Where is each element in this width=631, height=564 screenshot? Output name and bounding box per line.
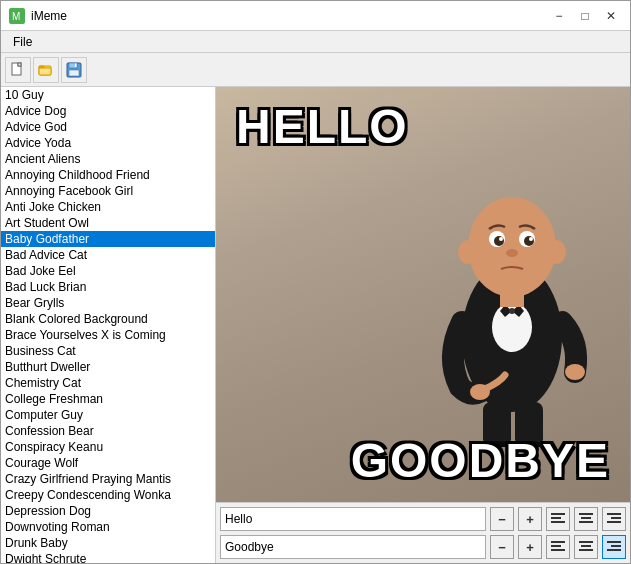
window-controls: − □ ✕ [548, 5, 622, 27]
top-increase-btn[interactable]: + [518, 507, 542, 531]
svg-rect-33 [551, 513, 565, 515]
toolbar [1, 53, 630, 87]
list-item[interactable]: Annoying Facebook Girl [1, 183, 215, 199]
main-content: 10 GuyAdvice DogAdvice GodAdvice YodaAnc… [1, 87, 630, 563]
bottom-increase-btn[interactable]: + [518, 535, 542, 559]
svg-rect-47 [579, 549, 593, 551]
bottom-text-row: − + [220, 535, 626, 559]
svg-point-21 [494, 236, 504, 246]
close-button[interactable]: ✕ [600, 5, 622, 27]
svg-rect-10 [69, 70, 79, 76]
svg-point-28 [565, 364, 585, 380]
list-item[interactable]: Confession Bear [1, 423, 215, 439]
list-item[interactable]: Conspiracy Keanu [1, 439, 215, 455]
text-controls-area: − + [216, 502, 630, 563]
list-item[interactable]: Computer Guy [1, 407, 215, 423]
top-align-right-btn[interactable] [602, 507, 626, 531]
menu-bar: File [1, 31, 630, 53]
svg-text:M: M [12, 11, 20, 22]
list-item[interactable]: Ancient Aliens [1, 151, 215, 167]
svg-rect-3 [18, 63, 21, 66]
meme-bottom-text: GOODBYE [351, 433, 610, 488]
list-item[interactable]: College Freshman [1, 391, 215, 407]
svg-rect-50 [607, 549, 621, 551]
list-item[interactable]: Dwight Schrute [1, 551, 215, 563]
list-item[interactable]: Brace Yourselves X is Coming [1, 327, 215, 343]
svg-rect-36 [579, 513, 593, 515]
list-item[interactable]: Advice God [1, 119, 215, 135]
open-button[interactable] [33, 57, 59, 83]
bottom-decrease-btn[interactable]: − [490, 535, 514, 559]
svg-point-17 [458, 240, 478, 264]
right-panel: HELLO GOODBYE − + [216, 87, 630, 563]
svg-point-23 [499, 237, 503, 241]
list-item[interactable]: Crazy Girlfriend Praying Mantis [1, 471, 215, 487]
svg-rect-34 [551, 517, 561, 519]
top-decrease-btn[interactable]: − [490, 507, 514, 531]
list-item[interactable]: Courage Wolf [1, 455, 215, 471]
list-item[interactable]: Downvoting Roman [1, 519, 215, 535]
top-align-left-btn[interactable] [546, 507, 570, 531]
list-item[interactable]: Chemistry Cat [1, 375, 215, 391]
svg-point-25 [506, 249, 518, 257]
list-item[interactable]: 10 Guy [1, 87, 215, 103]
window-title: iMeme [31, 9, 548, 23]
svg-rect-41 [607, 521, 621, 523]
svg-rect-40 [611, 517, 621, 519]
list-item[interactable]: Depression Dog [1, 503, 215, 519]
top-align-center-btn[interactable] [574, 507, 598, 531]
main-window: M iMeme − □ ✕ File [0, 0, 631, 564]
list-item[interactable]: Baby Godfather [1, 231, 215, 247]
list-item[interactable]: Annoying Childhood Friend [1, 167, 215, 183]
svg-point-18 [546, 240, 566, 264]
menu-file[interactable]: File [5, 33, 40, 51]
new-button[interactable] [5, 57, 31, 83]
list-item[interactable]: Advice Dog [1, 103, 215, 119]
bottom-align-left-btn[interactable] [546, 535, 570, 559]
bottom-align-center-btn[interactable] [574, 535, 598, 559]
svg-rect-6 [39, 68, 51, 75]
meme-top-text: HELLO [236, 99, 409, 154]
app-icon: M [9, 8, 25, 24]
list-item[interactable]: Bear Grylls [1, 295, 215, 311]
svg-rect-46 [581, 545, 591, 547]
meme-canvas: HELLO GOODBYE [216, 87, 630, 502]
list-item[interactable]: Bad Luck Brian [1, 279, 215, 295]
svg-rect-43 [551, 545, 561, 547]
top-text-input[interactable] [220, 507, 486, 531]
svg-rect-9 [75, 63, 77, 67]
list-item[interactable]: Advice Yoda [1, 135, 215, 151]
list-item[interactable]: Art Student Owl [1, 215, 215, 231]
svg-point-16 [468, 197, 556, 297]
title-bar: M iMeme − □ ✕ [1, 1, 630, 31]
list-item[interactable]: Drunk Baby [1, 535, 215, 551]
bottom-text-input[interactable] [220, 535, 486, 559]
svg-point-24 [529, 237, 533, 241]
svg-point-15 [509, 308, 515, 314]
list-item[interactable]: Blank Colored Background [1, 311, 215, 327]
list-item[interactable]: Butthurt Dweller [1, 359, 215, 375]
meme-list-panel: 10 GuyAdvice DogAdvice GodAdvice YodaAnc… [1, 87, 216, 563]
svg-rect-39 [607, 513, 621, 515]
bottom-align-right-btn[interactable] [602, 535, 626, 559]
list-item[interactable]: Bad Advice Cat [1, 247, 215, 263]
svg-rect-35 [551, 521, 565, 523]
list-item[interactable]: Creepy Condescending Wonka [1, 487, 215, 503]
svg-rect-49 [611, 545, 621, 547]
baby-figure [425, 157, 600, 447]
meme-list-scroll[interactable]: 10 GuyAdvice DogAdvice GodAdvice YodaAnc… [1, 87, 215, 563]
meme-preview-area: HELLO GOODBYE [216, 87, 630, 502]
svg-rect-37 [581, 517, 591, 519]
svg-rect-38 [579, 521, 593, 523]
list-item[interactable]: Anti Joke Chicken [1, 199, 215, 215]
top-text-row: − + [220, 507, 626, 531]
save-button[interactable] [61, 57, 87, 83]
svg-rect-44 [551, 549, 565, 551]
maximize-button[interactable]: □ [574, 5, 596, 27]
svg-rect-48 [607, 541, 621, 543]
minimize-button[interactable]: − [548, 5, 570, 27]
svg-rect-42 [551, 541, 565, 543]
svg-rect-26 [500, 287, 524, 307]
list-item[interactable]: Bad Joke Eel [1, 263, 215, 279]
list-item[interactable]: Business Cat [1, 343, 215, 359]
